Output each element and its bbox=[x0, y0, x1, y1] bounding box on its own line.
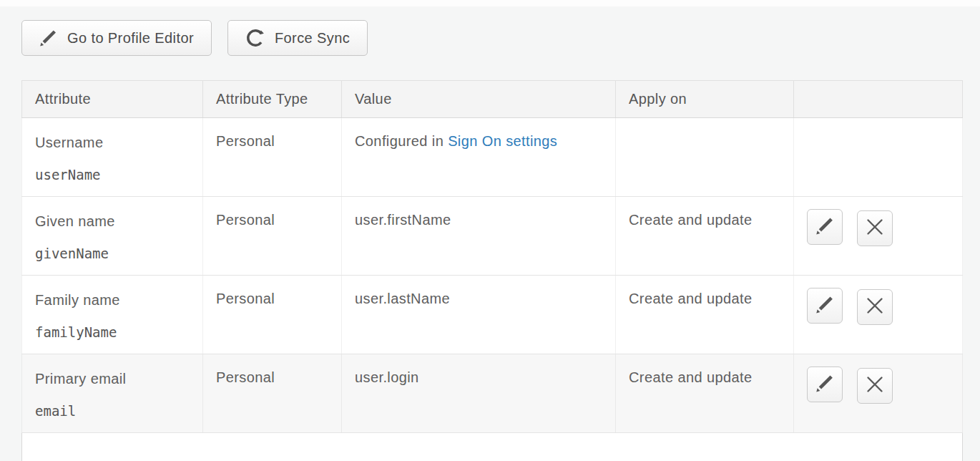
column-header: Attribute Type bbox=[203, 81, 342, 118]
actions-cell bbox=[794, 276, 963, 354]
partial-row bbox=[22, 433, 963, 461]
apply-on-cell: Create and update bbox=[616, 276, 794, 354]
force-sync-label: Force Sync bbox=[275, 30, 350, 47]
sync-icon bbox=[245, 28, 265, 48]
x-icon bbox=[866, 218, 883, 238]
x-icon bbox=[866, 376, 883, 395]
value-prefix-text: Configured in bbox=[355, 133, 448, 149]
column-header: Attribute bbox=[22, 81, 203, 118]
attribute-mapping-table-wrap: AttributeAttribute TypeValueApply on Use… bbox=[21, 80, 980, 461]
attribute-variable-name: familyName bbox=[35, 324, 195, 340]
pencil-icon bbox=[815, 374, 835, 395]
table-row: UsernameuserNamePersonalConfigured in Si… bbox=[22, 118, 963, 197]
column-header: Apply on bbox=[616, 81, 794, 118]
column-header bbox=[794, 81, 963, 118]
value-cell: Configured in Sign On settings bbox=[342, 118, 616, 197]
delete-attribute-button[interactable] bbox=[857, 289, 893, 325]
actions-cell bbox=[794, 354, 963, 433]
pencil-icon bbox=[815, 295, 835, 316]
attribute-cell: Primary emailemail bbox=[22, 354, 203, 433]
attribute-variable-name: email bbox=[35, 403, 195, 419]
table-row: Given namegivenNamePersonaluser.firstNam… bbox=[22, 197, 963, 276]
attribute-cell: Given namegivenName bbox=[22, 197, 203, 276]
go-to-profile-editor-button[interactable]: Go to Profile Editor bbox=[21, 20, 212, 56]
actions-cell bbox=[794, 118, 963, 197]
attribute-display-name: Username bbox=[35, 133, 195, 152]
attribute-variable-name: userName bbox=[35, 167, 195, 183]
edit-attribute-button[interactable] bbox=[807, 209, 843, 245]
edit-attribute-button[interactable] bbox=[807, 367, 843, 402]
force-sync-button[interactable]: Force Sync bbox=[227, 20, 368, 56]
delete-attribute-button[interactable] bbox=[857, 210, 893, 246]
apply-on-cell bbox=[616, 118, 794, 197]
attribute-variable-name: givenName bbox=[35, 246, 195, 261]
value-cell: user.lastName bbox=[342, 276, 616, 354]
column-header: Value bbox=[342, 81, 616, 118]
go-to-profile-editor-label: Go to Profile Editor bbox=[67, 30, 194, 47]
attribute-display-name: Primary email bbox=[35, 369, 195, 388]
top-strip bbox=[0, 0, 980, 6]
attribute-cell: Family namefamilyName bbox=[22, 276, 203, 354]
table-row: Family namefamilyNamePersonaluser.lastNa… bbox=[22, 276, 963, 354]
actions-cell bbox=[794, 197, 963, 276]
sign-on-settings-link[interactable]: Sign On settings bbox=[448, 133, 557, 149]
pencil-icon bbox=[39, 29, 58, 47]
delete-attribute-button[interactable] bbox=[857, 368, 893, 404]
attribute-mapping-table: AttributeAttribute TypeValueApply on Use… bbox=[21, 80, 963, 461]
apply-on-cell: Create and update bbox=[616, 354, 794, 433]
attribute-cell: UsernameuserName bbox=[22, 118, 203, 197]
attribute-type-cell: Personal bbox=[203, 276, 342, 354]
attribute-type-cell: Personal bbox=[203, 197, 342, 276]
table-row: Primary emailemailPersonaluser.loginCrea… bbox=[22, 354, 963, 433]
edit-attribute-button[interactable] bbox=[807, 288, 843, 324]
attribute-display-name: Family name bbox=[35, 291, 195, 309]
attribute-display-name: Given name bbox=[35, 212, 195, 230]
table-header-row: AttributeAttribute TypeValueApply on bbox=[22, 81, 963, 118]
value-cell: user.login bbox=[342, 354, 616, 433]
attribute-type-cell: Personal bbox=[203, 354, 342, 433]
pencil-icon bbox=[815, 216, 835, 238]
toolbar: Go to Profile Editor Force Sync bbox=[21, 20, 980, 56]
attribute-type-cell: Personal bbox=[203, 118, 342, 197]
x-icon bbox=[866, 297, 883, 316]
apply-on-cell: Create and update bbox=[616, 197, 794, 276]
value-cell: user.firstName bbox=[342, 197, 616, 276]
